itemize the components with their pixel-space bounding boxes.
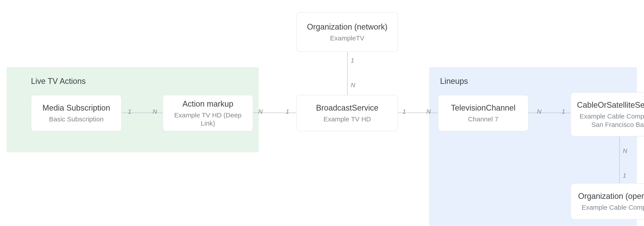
node-media-subscription: Media Subscription Basic Subscription	[31, 95, 122, 131]
node-broadcast-service: BroadcastService Example TV HD	[296, 95, 398, 131]
node-organization-network: Organization (network) ExampleTV	[296, 12, 398, 52]
edge-on-bs	[347, 49, 348, 95]
card-tc-right: N	[537, 108, 542, 115]
region-live-tv-title: Live TV Actions	[31, 77, 86, 86]
card-cs-left: 1	[562, 108, 565, 115]
node-media-subscription-title: Media Subscription	[42, 103, 110, 113]
edge-am-bs	[250, 113, 296, 113]
region-lineups-title: Lineups	[440, 77, 468, 86]
card-oo-top: 1	[623, 172, 626, 179]
node-television-channel-sub: Channel 7	[468, 115, 498, 123]
node-action-markup-title: Action markup	[182, 99, 233, 109]
edge-tc-cs	[526, 113, 573, 113]
node-organization-operator: Organization (operator) Example Cable Co…	[570, 183, 644, 220]
node-television-channel-title: TelevisionChannel	[451, 103, 516, 113]
node-television-channel: TelevisionChannel Channel 7	[438, 95, 528, 131]
diagram-canvas: Live TV Actions Lineups 1 N N 1 1 N N 1 …	[0, 0, 644, 226]
edge-bs-tc	[392, 113, 438, 113]
card-ms-right: 1	[128, 108, 131, 115]
edge-cs-oo	[619, 137, 620, 185]
node-cable-service: CableOrSatelliteService Example Cable Co…	[570, 92, 644, 136]
node-action-markup-sub: Example TV HD (Deep Link)	[168, 111, 248, 127]
card-bs-left: 1	[286, 108, 289, 115]
card-tc-left: N	[426, 108, 431, 115]
card-on-bottom: 1	[351, 57, 354, 64]
node-org-network-title: Organization (network)	[307, 22, 388, 32]
node-broadcast-service-sub: Example TV HD	[324, 115, 371, 123]
node-cable-service-title: CableOrSatelliteService	[577, 100, 644, 110]
card-bs-right: 1	[402, 108, 406, 115]
node-broadcast-service-title: BroadcastService	[316, 103, 378, 113]
node-cable-service-sub: Example Cable Company - San Francisco Ba…	[576, 112, 644, 129]
card-am-left: N	[152, 108, 157, 115]
node-org-operator-title: Organization (operator)	[578, 191, 644, 201]
node-org-operator-sub: Example Cable Company	[582, 203, 644, 212]
card-cs-bottom: N	[623, 147, 627, 154]
node-media-subscription-sub: Basic Subscription	[49, 115, 104, 123]
card-bs-top: N	[351, 82, 355, 89]
edge-ms-am	[120, 113, 166, 113]
node-org-network-sub: ExampleTV	[330, 34, 364, 42]
node-action-markup: Action markup Example TV HD (Deep Link)	[162, 95, 253, 131]
card-am-right: N	[258, 108, 263, 115]
